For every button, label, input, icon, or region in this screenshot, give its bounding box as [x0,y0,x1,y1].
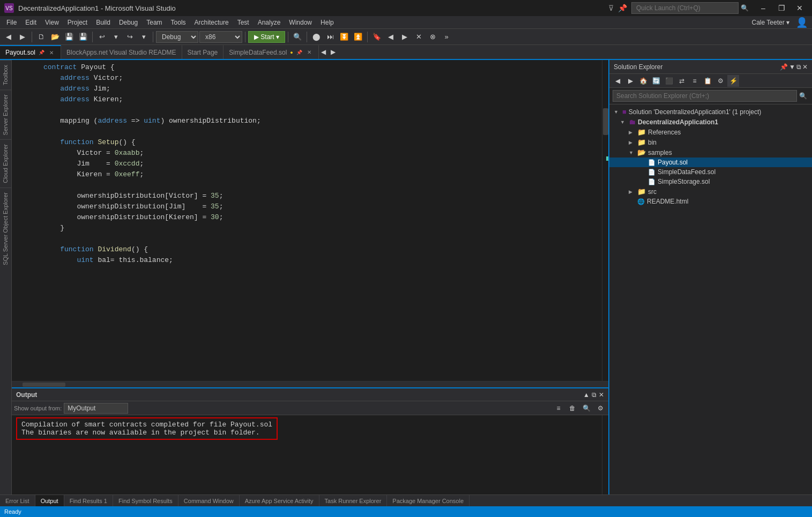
forward-btn[interactable]: ▶ [16,31,29,43]
menu-window[interactable]: Window [285,16,316,29]
tabs-scroll-right[interactable]: ▶ [329,45,338,59]
sidebar-tab-cloud-explorer[interactable]: Cloud Explorer [0,139,11,188]
output-option-btn[interactable]: ⚙ [594,402,606,414]
editor-content[interactable]: contract Payout { address Victor; addres… [12,60,602,381]
se-refresh-btn[interactable]: 🔄 [650,75,662,87]
menu-build[interactable]: Build [92,16,115,29]
back-btn[interactable]: ◀ [2,31,15,43]
save-btn[interactable]: 💾 [63,31,76,43]
bottom-tab-find-results-1[interactable]: Find Results 1 [64,495,113,507]
tree-simplestorage-sol[interactable]: 📄 SimpleStorage.sol [609,177,812,186]
tree-references[interactable]: ▶ 📁 References [609,127,812,137]
bottom-tab-error-list[interactable]: Error List [0,495,35,507]
platform-dropdown[interactable]: x86 x64 [199,31,242,43]
disable-breakpoints-btn[interactable]: ⊗ [426,31,439,43]
menu-help[interactable]: Help [316,16,338,29]
se-search-input[interactable] [613,90,797,102]
tree-bin[interactable]: ▶ 📁 bin [609,137,812,147]
start-button[interactable]: ▶ Start ▾ [248,31,285,43]
undo-btn[interactable]: ↩ [95,31,108,43]
step-out-btn[interactable]: ⏫ [352,31,364,43]
tree-simpledatafeed-sol[interactable]: 📄 SimpleDataFeed.sol [609,167,812,177]
breakpoint-btn[interactable]: ⬤ [310,31,323,43]
se-forward-btn[interactable]: ▶ [624,75,636,87]
se-back-btn[interactable]: ◀ [612,75,623,87]
debug-config-dropdown[interactable]: Debug Release [156,31,198,43]
redo-btn[interactable]: ↪ [123,31,136,43]
output-source-input[interactable] [64,403,128,414]
tabs-scroll-left[interactable]: ◀ [319,45,329,59]
se-close-btn[interactable]: ✕ [802,63,808,71]
tree-readme-html[interactable]: 🌐 README.html [609,197,812,206]
se-sync-btn[interactable]: ⇄ [676,75,688,87]
sidebar-tab-sql-server[interactable]: SQL Server Object Explorer [0,188,11,269]
undo-dropdown[interactable]: ▾ [109,31,122,43]
bottom-tab-command-window[interactable]: Command Window [178,495,240,507]
se-stop-btn[interactable]: ⬛ [663,75,675,87]
bottom-tab-task-runner-explorer[interactable]: Task Runner Explorer [319,495,388,507]
step-over-btn[interactable]: ⏭ [324,31,337,43]
output-find-btn[interactable]: 🔍 [580,402,592,414]
close-button[interactable]: ✕ [792,0,808,16]
se-prop-btn[interactable]: ≡ [689,75,701,87]
output-wrap-btn[interactable]: ≡ [553,402,564,414]
menu-tools[interactable]: Tools [167,16,190,29]
menu-architecture[interactable]: Architecture [190,16,233,29]
editor-scrollbar[interactable] [602,60,608,381]
sidebar-tab-toolbox[interactable]: Toolbox [0,60,11,89]
se-settings-btn[interactable]: ⚡ [727,75,739,87]
menu-team[interactable]: Team [142,16,166,29]
tab-simpledatafeed-sol[interactable]: SimpleDataFeed.sol ● 📌 ✕ [224,45,319,59]
output-float-btn[interactable]: ⧉ [592,391,597,399]
bottom-tab-find-symbol-results[interactable]: Find Symbol Results [113,495,178,507]
output-content[interactable]: Compilation of smart contracts completed… [12,415,602,494]
bottom-tab-azure-app-service-activity[interactable]: Azure App Service Activity [240,495,319,507]
next-bookmark-btn[interactable]: ▶ [398,31,411,43]
tree-samples[interactable]: ▼ 📂 samples [609,147,812,158]
se-home-btn[interactable]: 🏠 [637,75,649,87]
tree-project[interactable]: ▼ 🖿 DecentralizedApplication1 [609,117,812,127]
menu-view[interactable]: View [41,16,63,29]
quick-launch-input[interactable] [631,2,739,14]
se-copy-btn[interactable]: 📋 [702,75,713,87]
bottom-tab-package-manager-console[interactable]: Package Manager Console [387,495,470,507]
bookmark-btn[interactable]: 🔖 [370,31,383,43]
tab-blockapps-readme[interactable]: BlockApps.net Visual Studio README [61,45,182,59]
se-pin-btn[interactable]: 📌 [780,63,788,71]
menu-edit[interactable]: Edit [21,16,41,29]
new-project-btn[interactable]: 🗋 [35,31,48,43]
editor-hscrollbar[interactable] [12,381,608,387]
menu-analyze[interactable]: Analyze [254,16,285,29]
menu-project[interactable]: Project [63,16,92,29]
more-btn[interactable]: » [440,31,453,43]
prev-bookmark-btn[interactable]: ◀ [384,31,397,43]
tree-solution-root[interactable]: ▼ ■ Solution 'DecentralizedApplication1'… [609,107,812,117]
bottom-tab-output[interactable]: Output [35,495,64,507]
output-close-btn[interactable]: ✕ [599,391,604,399]
restore-button[interactable]: ❐ [773,0,789,16]
redo-dropdown[interactable]: ▾ [137,31,150,43]
tab-payout-sol[interactable]: Payout.sol 📌 ✕ [0,45,61,59]
output-scroll-up-btn[interactable]: ▲ [583,391,590,399]
sidebar-tab-server-explorer[interactable]: Server Explorer [0,89,11,139]
se-arrow-btn[interactable]: ▼ [789,63,795,71]
menu-file[interactable]: File [2,16,21,29]
find-btn[interactable]: 🔍 [291,31,304,43]
save-all-btn[interactable]: 💾 [77,31,90,43]
tree-payout-sol[interactable]: 📄 Payout.sol [609,158,812,167]
tree-src[interactable]: ▶ 📁 src [609,186,812,197]
menu-debug[interactable]: Debug [115,16,142,29]
se-float-btn[interactable]: ⧉ [796,63,801,71]
tab-close-payout[interactable]: ✕ [48,49,55,56]
se-search-btn[interactable]: 🔍 [797,90,809,102]
menu-test[interactable]: Test [233,16,254,29]
output-clear-btn[interactable]: 🗑 [567,402,578,414]
clear-bookmark-btn[interactable]: ✕ [412,31,425,43]
output-scrollbar[interactable] [602,415,608,494]
open-btn[interactable]: 📂 [49,31,62,43]
se-more-btn[interactable]: ⚙ [714,75,726,87]
minimize-button[interactable]: – [755,0,771,16]
tab-close-simpledatafeed[interactable]: ✕ [306,49,313,56]
step-in-btn[interactable]: ⏬ [338,31,351,43]
tab-start-page[interactable]: Start Page [182,45,224,59]
